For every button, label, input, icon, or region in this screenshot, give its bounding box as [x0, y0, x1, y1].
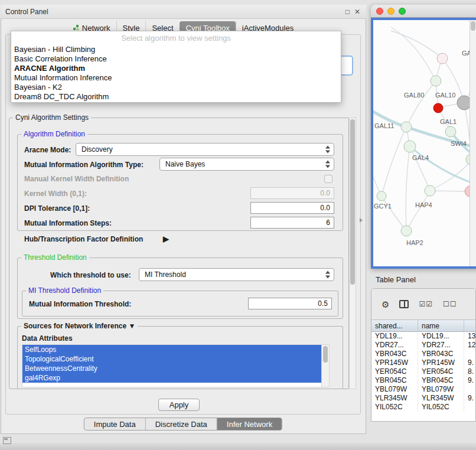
kernel-width-field[interactable]: 0.0	[250, 187, 334, 199]
table-cell: YER054C	[371, 367, 418, 376]
gear-icon[interactable]: ⚙	[382, 300, 389, 309]
zoom-window-icon[interactable]	[399, 8, 406, 15]
algorithm-option[interactable]: ARACNE Algorithm	[11, 64, 341, 73]
table-row[interactable]: YBL079WYBL079W	[371, 385, 475, 394]
network-edge	[406, 146, 410, 231]
kernel-width-value: 0.0	[320, 189, 330, 197]
mi-algorithm-type-label: Mutual Information Algorithm Type:	[24, 161, 144, 169]
network-node[interactable]	[445, 126, 456, 137]
mi-threshold-label: Mutual Information Threshold:	[29, 300, 131, 308]
expand-triangle-icon[interactable]: ▶	[163, 234, 169, 243]
float-panel-icon[interactable]: □	[345, 8, 350, 16]
attributes-scrollbar[interactable]	[321, 345, 329, 387]
network-edge	[430, 159, 472, 191]
bottom-tab-discretize-data[interactable]: Discretize Data	[145, 418, 217, 430]
network-node[interactable]	[404, 141, 416, 152]
column-header[interactable]	[464, 320, 475, 331]
table-row[interactable]: YIL052CYIL052C	[371, 403, 475, 412]
table-row[interactable]: YBR043CYBR043C	[371, 350, 475, 358]
mi-steps-field[interactable]: 6	[250, 217, 334, 229]
manual-kernel-width-checkbox[interactable]	[324, 175, 332, 183]
settings-scrollbar-thumb[interactable]	[350, 119, 355, 285]
table-cell: YDR27...	[418, 341, 464, 350]
table-row[interactable]: YPR145WYPR145W9.	[371, 358, 475, 367]
bottom-tabbar: Impute DataDiscretize DataInfer Network	[84, 418, 282, 431]
aracne-mode-select[interactable]: Discovery	[76, 143, 334, 156]
attribute-item[interactable]: BetweennessCentrality	[22, 364, 321, 373]
minimized-panel-icon[interactable]	[3, 437, 11, 444]
table-cell: 9.	[464, 394, 475, 403]
table-cell: YBR043C	[371, 350, 418, 358]
table-body: YDL19...YDL19...13YDR27...YDR27...12YBR0…	[371, 332, 475, 422]
network-node-label: GAL80	[404, 92, 424, 99]
attribute-item[interactable]: gal4RGexp	[22, 373, 321, 383]
mi-steps-value: 6	[326, 219, 330, 227]
data-attributes-list[interactable]: SelfLoopsTopologicalCoefficientBetweenne…	[22, 344, 330, 387]
network-node-label: HAP4	[415, 201, 432, 208]
algorithm-option[interactable]: Mutual Information Inference	[11, 73, 341, 83]
bottom-tab-impute-data[interactable]: Impute Data	[84, 418, 145, 430]
manual-kernel-width-label: Manual Kernel Width Definition	[24, 175, 129, 183]
combo-arrows-icon	[325, 146, 330, 154]
mi-steps-label: Mutual Information Steps:	[24, 219, 112, 227]
network-canvas[interactable]: GALGAL80GAL10GAL11GAL1SWI4GAL4GCY1HAP4YH…	[373, 20, 476, 266]
table-cell: YBL079W	[371, 385, 418, 394]
collapse-triangle-icon[interactable]: ▼	[128, 322, 135, 330]
network-edge	[406, 191, 430, 231]
dpi-tolerance-field[interactable]: 0.0	[250, 202, 334, 214]
settings-scrollbar[interactable]	[349, 118, 356, 389]
attribute-item[interactable]: SelfLoops	[22, 345, 321, 354]
network-node[interactable]	[431, 76, 441, 86]
table-toolbar: ⚙ ☑☑ ☐☐	[371, 289, 475, 319]
table-panel-title: Table Panel	[376, 275, 416, 284]
which-threshold-value: MI Threshold	[145, 270, 186, 279]
algorithm-option[interactable]: Dream8 DC_TDC Algorithm	[11, 92, 341, 102]
sources-title[interactable]: Sources for Network Inference ▼	[21, 322, 138, 330]
table-cell: YBR043C	[418, 350, 464, 358]
algorithm-option[interactable]: Bayesian - Hill Climbing	[11, 45, 341, 54]
mi-threshold-field[interactable]: 0.5	[248, 298, 332, 309]
table-row[interactable]: YER054CYER054C8.	[371, 367, 475, 376]
column-layout-icon[interactable]	[399, 300, 409, 308]
algorithm-option[interactable]: Bayesian - K2	[11, 83, 341, 92]
table-cell: 9.	[464, 358, 475, 367]
attributes-scrollbar-thumb[interactable]	[323, 346, 328, 363]
algorithm-option[interactable]: Basic Correlation Inference	[11, 54, 341, 64]
minimize-window-icon[interactable]	[387, 8, 395, 15]
which-threshold-select[interactable]: MI Threshold	[139, 268, 334, 281]
table-row[interactable]: YLR345WYLR345W9.	[371, 394, 475, 403]
attribute-item[interactable]: TopologicalCoefficient	[22, 354, 321, 364]
table-cell	[464, 350, 475, 358]
network-window-titlebar[interactable]	[371, 5, 476, 18]
table-cell: YER054C	[418, 367, 464, 376]
network-scrollbar-thumb[interactable]	[471, 21, 475, 31]
network-node[interactable]	[425, 185, 435, 196]
network-node[interactable]	[437, 53, 448, 64]
column-header[interactable]: shared...	[371, 320, 418, 331]
panel-resize-arrow-icon[interactable]	[360, 218, 363, 223]
table-row[interactable]: YDL19...YDL19...13	[371, 332, 475, 341]
network-scrollbar[interactable]	[470, 20, 476, 266]
table-cell: YIL052C	[371, 403, 418, 412]
table-cell: YBR045C	[371, 376, 418, 385]
hub-transcription-factor-label[interactable]: Hub/Transcription Factor Definition	[24, 235, 143, 243]
hide-columns-icon[interactable]: ☐☐	[443, 300, 457, 308]
network-node[interactable]	[401, 122, 412, 132]
show-columns-icon[interactable]: ☑☑	[419, 300, 433, 308]
network-node[interactable]	[433, 103, 443, 113]
aracne-mode-value: Discovery	[81, 145, 113, 154]
network-edge	[410, 146, 430, 191]
apply-button[interactable]: Apply	[158, 399, 200, 411]
table-header: shared...name	[371, 319, 475, 332]
table-row[interactable]: YDR27...YDR27...12	[371, 341, 475, 350]
column-header[interactable]: name	[418, 320, 464, 331]
mi-algorithm-type-select[interactable]: Naive Bayes	[159, 158, 334, 171]
close-panel-icon[interactable]: ✕	[354, 8, 360, 16]
table-row[interactable]: YBR045CYBR045C9.	[371, 376, 475, 385]
close-window-icon[interactable]	[376, 8, 383, 15]
table-cell: YPR145W	[418, 358, 464, 367]
network-node[interactable]	[401, 226, 412, 236]
table-cell: 8.	[464, 367, 475, 376]
network-node[interactable]	[377, 191, 386, 201]
bottom-tab-infer-network[interactable]: Infer Network	[217, 418, 282, 430]
